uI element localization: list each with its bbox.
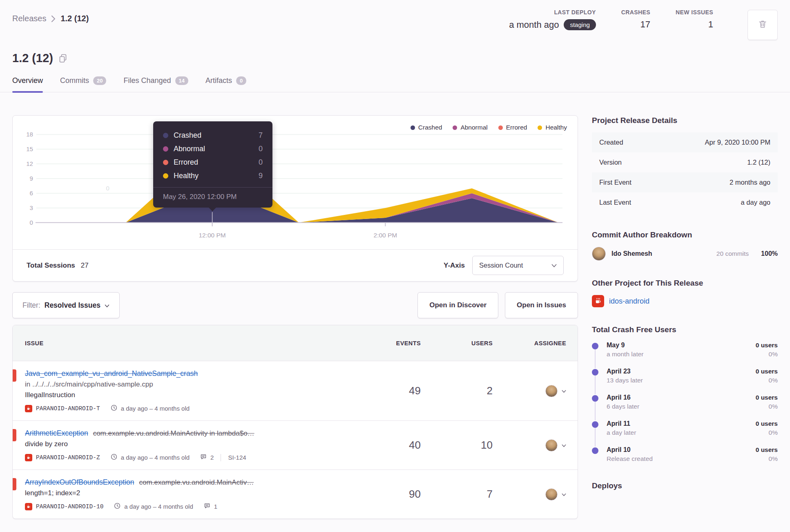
release-details-table: Created Apr 9, 2020 10:00 PM Version 1.2… xyxy=(592,132,778,212)
list-item: April 16 6 days later 0 users 0% xyxy=(592,394,778,410)
filter-label: Filter: xyxy=(22,301,40,310)
issue-meta: PARANOID-ANDROID-T a day ago – 4 months … xyxy=(25,405,372,412)
release-overview-page: Releases 1.2 (12) LAST DEPLOY a month ag… xyxy=(0,0,790,519)
svg-text:2:00 PM: 2:00 PM xyxy=(374,232,397,239)
detail-value: 2 months ago xyxy=(730,179,770,186)
legend-errored-label: Errored xyxy=(506,124,527,131)
tooltip-row-errored: Errored 0 xyxy=(163,156,263,169)
detail-value: Apr 9, 2020 10:00 PM xyxy=(705,139,770,146)
y-axis-label: Y-Axis xyxy=(444,262,465,270)
breadcrumb-releases-link[interactable]: Releases xyxy=(12,14,46,23)
tooltip-date: May 26, 2020 12:00 PM xyxy=(163,188,263,208)
tooltip-row-abnormal: Abnormal 0 xyxy=(163,142,263,156)
timeline-users: 0 users xyxy=(756,368,778,375)
tab-commits[interactable]: Commits 20 xyxy=(60,76,106,92)
crash-free-title: Total Crash Free Users xyxy=(592,325,778,334)
chevron-down-icon xyxy=(562,442,566,449)
ticket-link[interactable]: SI-124 xyxy=(228,454,246,461)
issue-meta: PARANOID-ANDROID-Z a day ago – 4 months … xyxy=(25,454,372,461)
users-count: 2 xyxy=(421,384,493,397)
svg-text:12: 12 xyxy=(26,160,33,167)
chart-legend: Crashed Abnormal Errored Healthy xyxy=(411,124,567,131)
clock-icon xyxy=(111,405,117,412)
timeline-percent: 0% xyxy=(756,403,778,410)
other-project-row: idos-android xyxy=(592,295,778,307)
other-project-link[interactable]: idos-android xyxy=(609,297,649,306)
tab-files-changed[interactable]: Files Changed 14 xyxy=(123,76,188,92)
issue-title-link[interactable]: Java_com_example_vu_android_NativeSample… xyxy=(25,369,198,378)
issue-cell: ArithmeticExceptioncom.example.vu.androi… xyxy=(25,429,372,461)
other-project-title: Other Project for This Release xyxy=(592,279,778,288)
timeline-sub: 6 days later xyxy=(607,403,639,410)
chart-tooltip: Crashed 7 Abnormal 0 Errored 0 xyxy=(153,121,272,208)
project-slug[interactable]: PARANOID-ANDROID-10 xyxy=(36,503,103,510)
sessions-chart-canvas[interactable]: 0369121518012:00 PM2:00 PM Crashed 7 Abn… xyxy=(13,116,578,250)
crashes-value: 17 xyxy=(640,19,650,30)
title-row: 1.2 (12) xyxy=(12,51,778,65)
svg-text:0: 0 xyxy=(30,219,33,226)
legend-item-errored[interactable]: Errored xyxy=(498,124,527,131)
sessions-chart-card: Crashed Abnormal Errored Healthy xyxy=(12,115,578,282)
total-sessions-label: Total Sessions xyxy=(27,262,75,270)
tooltip-healthy-value: 9 xyxy=(259,172,263,180)
delete-release-button[interactable] xyxy=(748,10,778,40)
project-slug[interactable]: PARANOID-ANDROID-Z xyxy=(36,454,100,461)
open-in-issues-button[interactable]: Open in Issues xyxy=(505,292,578,318)
y-axis-select[interactable]: Session Count xyxy=(472,256,564,275)
svg-text:6: 6 xyxy=(30,190,33,197)
list-item: April 11 a day later 0 users 0% xyxy=(592,420,778,436)
issue-age: a day ago – 4 months old xyxy=(121,454,190,461)
tooltip-row-crashed: Crashed 7 xyxy=(163,129,263,142)
total-sessions-value: 27 xyxy=(81,262,89,270)
issues-filter-dropdown[interactable]: Filter: Resolved Issues xyxy=(12,292,120,318)
legend-item-crashed[interactable]: Crashed xyxy=(411,124,442,131)
open-in-discover-button[interactable]: Open in Discover xyxy=(417,292,498,318)
legend-item-abnormal[interactable]: Abnormal xyxy=(453,124,487,131)
legend-item-healthy[interactable]: Healthy xyxy=(538,124,567,131)
issue-title-link[interactable]: ArrayIndexOutOfBoundsException xyxy=(25,478,134,486)
crashes-label: CRASHES xyxy=(621,9,650,16)
timeline-dot-icon xyxy=(592,421,598,428)
tab-artifacts[interactable]: Artifacts 0 xyxy=(205,76,246,92)
new-issues-label: NEW ISSUES xyxy=(676,9,713,16)
commit-author-title: Commit Author Breakdown xyxy=(592,230,778,239)
detail-row-created: Created Apr 9, 2020 10:00 PM xyxy=(592,132,778,152)
legend-healthy-label: Healthy xyxy=(545,124,567,131)
last-deploy-value: a month ago xyxy=(509,20,559,30)
tooltip-abnormal-value: 0 xyxy=(259,145,263,153)
tab-artifacts-label: Artifacts xyxy=(205,76,232,85)
tab-commits-label: Commits xyxy=(60,76,89,85)
issue-age: a day ago – 4 months old xyxy=(121,405,190,412)
timeline-percent: 0% xyxy=(756,351,778,358)
assignee-dropdown[interactable] xyxy=(493,488,566,501)
issue-message: length=1; index=2 xyxy=(25,489,372,497)
issues-table-header: ISSUE EVENTS USERS ASSIGNEE xyxy=(13,325,578,361)
breadcrumb-current: 1.2 (12) xyxy=(60,14,89,23)
tab-commits-badge: 20 xyxy=(93,76,106,85)
stat-last-deploy: LAST DEPLOY a month ago staging xyxy=(509,9,596,30)
issues-table: ISSUE EVENTS USERS ASSIGNEE Java_com_exa… xyxy=(12,325,578,519)
tooltip-crashed-value: 7 xyxy=(259,131,263,140)
timeline-sub: a month later xyxy=(607,351,643,358)
project-avatar-icon xyxy=(25,503,32,510)
timeline-users: 0 users xyxy=(756,446,778,454)
errored-dot-icon xyxy=(163,160,168,165)
commit-author-row: Ido Shemesh 20 commits 100% xyxy=(592,247,778,261)
tooltip-crashed-label: Crashed xyxy=(174,131,201,140)
list-item: April 10 Release created 0 users 0% xyxy=(592,446,778,463)
errored-dot-icon xyxy=(498,125,503,130)
assignee-dropdown[interactable] xyxy=(493,439,566,452)
deploys-title: Deploys xyxy=(592,481,778,490)
y-axis-selected-value: Session Count xyxy=(479,262,523,269)
author-percent: 100% xyxy=(761,250,778,257)
chevron-down-icon xyxy=(562,387,566,395)
copy-version-button[interactable] xyxy=(59,54,67,63)
avatar xyxy=(545,488,558,501)
stat-crashes: CRASHES 17 xyxy=(621,9,650,30)
tab-overview[interactable]: Overview xyxy=(12,76,43,92)
detail-row-first-event: First Event 2 months ago xyxy=(592,172,778,192)
issue-title-link[interactable]: ArithmeticException xyxy=(25,429,88,437)
assignee-dropdown[interactable] xyxy=(493,385,566,397)
project-slug[interactable]: PARANOID-ANDROID-T xyxy=(36,405,100,412)
issue-culprit: com.example.vu.android.MainActiv… xyxy=(139,478,254,486)
